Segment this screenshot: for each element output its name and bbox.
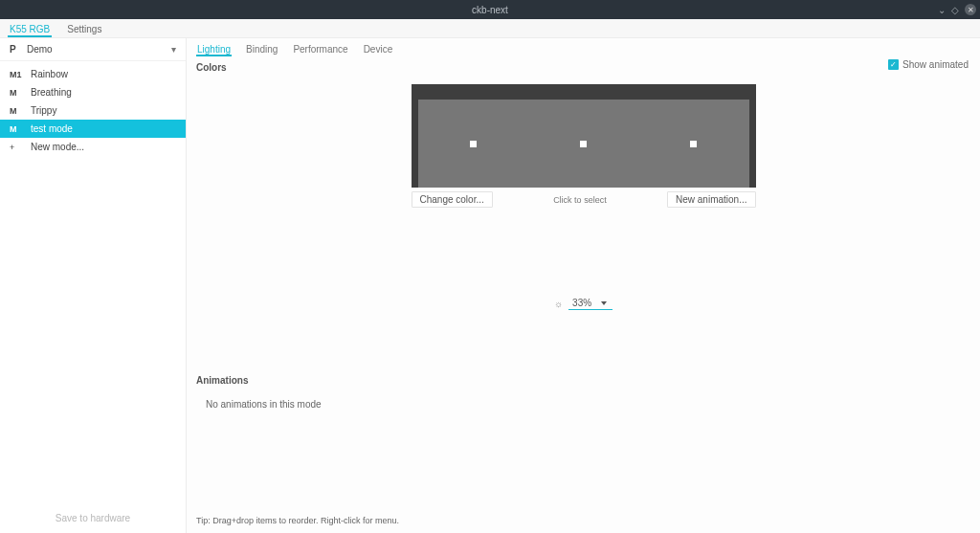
chevron-down-icon bbox=[601, 301, 607, 305]
brightness-select[interactable]: 33% bbox=[568, 298, 612, 310]
keyboard-preview[interactable] bbox=[412, 84, 756, 188]
brightness-value: 33% bbox=[572, 298, 591, 308]
show-animated-toggle[interactable]: ✓ Show animated bbox=[888, 59, 969, 70]
minimize-icon[interactable]: ⌄ bbox=[938, 5, 946, 15]
animations-section-label: Animations bbox=[187, 310, 980, 386]
device-preview-area: Change color... Click to select New anim… bbox=[412, 84, 756, 208]
preview-toolbar: Change color... Click to select New anim… bbox=[412, 191, 756, 208]
click-to-select-hint: Click to select bbox=[553, 195, 607, 205]
sub-tabs: Lighting Binding Performance Device bbox=[187, 38, 980, 56]
zone-key-2[interactable] bbox=[580, 141, 587, 147]
save-to-hardware-button[interactable]: Save to hardware bbox=[0, 505, 186, 533]
mode-list: M1 Rainbow M Breathing M Trippy M test m… bbox=[0, 61, 186, 505]
new-animation-button[interactable]: New animation... bbox=[667, 191, 755, 208]
mode-item-trippy[interactable]: M Trippy bbox=[0, 101, 186, 120]
profile-letter: P bbox=[10, 44, 27, 55]
zone-key-1[interactable] bbox=[470, 141, 477, 147]
plus-icon: + bbox=[10, 143, 31, 152]
zone-key-3[interactable] bbox=[690, 141, 697, 147]
subtab-lighting[interactable]: Lighting bbox=[196, 42, 232, 56]
tip-text: Tip: Drag+drop items to reorder. Right-c… bbox=[196, 516, 399, 525]
checkbox-icon: ✓ bbox=[888, 59, 899, 70]
tab-k55-rgb[interactable]: K55 RGB bbox=[8, 20, 52, 37]
chevron-down-icon: ▾ bbox=[171, 44, 176, 55]
device-tabs: K55 RGB Settings bbox=[0, 19, 980, 38]
window-controls: ⌄ ◇ ✕ bbox=[938, 0, 976, 19]
brightness-icon: ☼ bbox=[554, 299, 563, 309]
mode-item-rainbow[interactable]: M1 Rainbow bbox=[0, 65, 186, 83]
subtab-performance[interactable]: Performance bbox=[292, 42, 348, 56]
close-icon[interactable]: ✕ bbox=[965, 4, 976, 15]
colors-section-label: Colors bbox=[187, 56, 980, 73]
window-titlebar: ckb-next ⌄ ◇ ✕ bbox=[0, 0, 980, 19]
subtab-device[interactable]: Device bbox=[363, 42, 394, 56]
add-mode[interactable]: + New mode... bbox=[0, 138, 186, 156]
sidebar: P Demo ▾ M1 Rainbow M Breathing M Trippy… bbox=[0, 38, 187, 533]
profile-selector[interactable]: P Demo ▾ bbox=[0, 38, 186, 61]
animations-empty-text: No animations in this mode bbox=[187, 386, 980, 423]
maximize-icon[interactable]: ◇ bbox=[951, 5, 959, 15]
mode-item-breathing[interactable]: M Breathing bbox=[0, 83, 186, 101]
profile-name: Demo bbox=[27, 44, 171, 55]
mode-item-testmode[interactable]: M test mode bbox=[0, 120, 186, 138]
brightness-control: ☼ 33% bbox=[187, 298, 980, 310]
main-panel: Lighting Binding Performance Device Colo… bbox=[187, 38, 980, 533]
change-color-button[interactable]: Change color... bbox=[412, 191, 493, 208]
subtab-binding[interactable]: Binding bbox=[245, 42, 278, 56]
tab-settings[interactable]: Settings bbox=[65, 20, 103, 37]
show-animated-label: Show animated bbox=[902, 59, 969, 70]
keyboard-zone-row bbox=[418, 100, 749, 188]
window-title: ckb-next bbox=[472, 5, 508, 15]
